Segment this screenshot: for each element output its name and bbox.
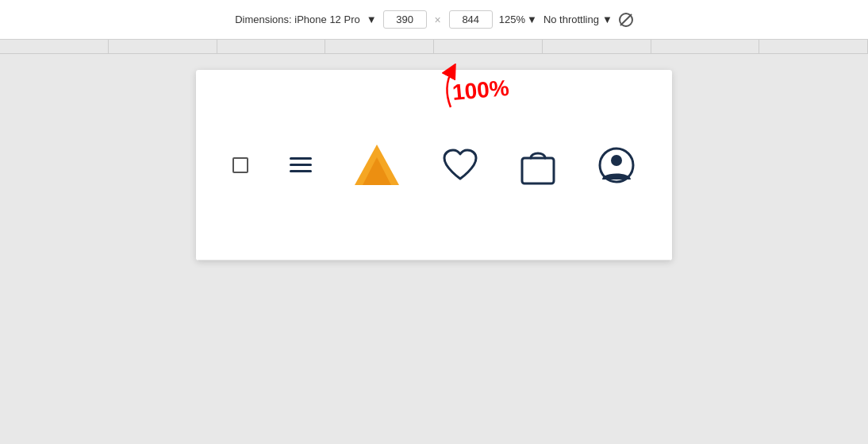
nav-item-cart[interactable] — [520, 145, 556, 185]
throttle-dropdown[interactable]: No throttling ▼ — [543, 14, 613, 25]
dimensions-dropdown-arrow: ▼ — [367, 14, 377, 25]
heart-icon — [442, 149, 478, 182]
ruler-segment — [217, 40, 326, 53]
phone-frame — [196, 70, 672, 261]
logo-triangle-icon — [353, 143, 401, 187]
nav-item-menu[interactable] — [290, 157, 312, 172]
ruler-segment — [325, 40, 434, 53]
hamburger-line — [290, 157, 312, 160]
zoom-dropdown-arrow: ▼ — [527, 14, 537, 25]
dimensions-label: Dimensions: iPhone 12 Pro — [235, 14, 360, 25]
ruler-segment — [434, 40, 543, 53]
ruler-segment — [109, 40, 217, 53]
nav-item-favorites[interactable] — [442, 149, 478, 182]
devtools-toolbar: Dimensions: iPhone 12 Pro ▼ × 125% ▼ No … — [0, 0, 868, 40]
dimension-separator: × — [433, 14, 443, 26]
hamburger-menu-icon[interactable] — [290, 157, 312, 172]
nav-item-logo[interactable] — [353, 143, 401, 187]
width-input[interactable] — [383, 10, 427, 29]
profile-icon — [597, 146, 636, 184]
hamburger-line — [290, 170, 312, 172]
zoom-value: 125% — [499, 14, 525, 25]
height-input[interactable] — [449, 10, 493, 29]
ruler-segment — [759, 40, 868, 53]
nav-item-profile[interactable] — [597, 146, 636, 184]
annotation-text: 100% — [451, 75, 510, 106]
ruler-segment — [651, 40, 760, 53]
main-viewport: 100% — [0, 54, 868, 444]
navigation-bar — [196, 70, 672, 261]
dimensions-dropdown[interactable]: ▼ — [367, 14, 377, 25]
throttle-label: No throttling — [543, 14, 599, 25]
svg-rect-3 — [522, 158, 554, 183]
throttle-dropdown-arrow: ▼ — [602, 14, 613, 25]
no-throttle-icon — [619, 13, 633, 27]
ruler-segment — [0, 40, 109, 53]
shopping-bag-icon — [520, 145, 556, 185]
zoom-dropdown[interactable]: 125% ▼ — [499, 14, 537, 25]
checkbox-icon[interactable] — [232, 157, 248, 173]
svg-point-5 — [611, 155, 622, 166]
nav-item-checkbox[interactable] — [232, 157, 248, 173]
ruler-bar — [0, 40, 868, 54]
hamburger-line — [290, 164, 312, 166]
ruler-segment — [543, 40, 651, 53]
